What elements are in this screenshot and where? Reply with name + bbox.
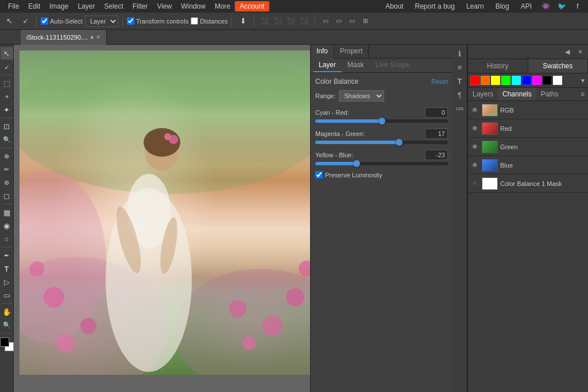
- color-swatches[interactable]: [0, 337, 14, 351]
- tab-info[interactable]: Info: [311, 45, 334, 59]
- tool-marquee[interactable]: ⬚: [1, 77, 13, 90]
- preserve-luminosity-checkbox[interactable]: [315, 171, 323, 178]
- transform2-icon[interactable]: ▭: [332, 15, 345, 28]
- menu-edit[interactable]: Edit: [24, 1, 45, 11]
- menu-about[interactable]: About: [381, 1, 408, 11]
- tool-blur[interactable]: ◉: [1, 219, 13, 232]
- distances-check[interactable]: Distances: [191, 17, 227, 25]
- menu-report-bug[interactable]: Report a bug: [411, 1, 459, 11]
- transform3-icon[interactable]: ▭: [346, 15, 358, 28]
- menu-file[interactable]: File: [3, 1, 24, 11]
- yellow-blue-track[interactable]: [315, 162, 448, 165]
- swatch-white[interactable]: [553, 76, 562, 85]
- tool-pen[interactable]: ✒: [1, 249, 13, 262]
- paragraph-side-icon[interactable]: ¶: [454, 88, 466, 101]
- swatch-black[interactable]: [543, 76, 552, 85]
- layer-blue[interactable]: 👁 Blue: [468, 156, 588, 174]
- close-panel-icon[interactable]: ✕: [574, 46, 586, 57]
- doc-tab-close[interactable]: ✕: [96, 34, 100, 40]
- layer-cb-mask[interactable]: 👁 Color Balance 1 Mask: [468, 174, 588, 193]
- swatch-orange[interactable]: [481, 76, 490, 85]
- tool-wand[interactable]: ✦: [1, 103, 13, 116]
- tool-eyedropper[interactable]: 🔍: [1, 133, 13, 146]
- tab-propert[interactable]: Propert: [334, 45, 369, 58]
- layer-red-visibility[interactable]: 👁: [470, 124, 479, 133]
- menu-image[interactable]: Image: [45, 1, 73, 11]
- text-side-icon[interactable]: T: [454, 75, 466, 87]
- tool-brush[interactable]: ✏: [1, 163, 13, 176]
- transform-controls-check[interactable]: Transform controls: [127, 17, 188, 25]
- align-more-icon[interactable]: ⬛: [298, 15, 311, 28]
- magenta-green-thumb[interactable]: [396, 139, 403, 146]
- menu-window[interactable]: Window: [176, 1, 210, 11]
- distances-checkbox[interactable]: [191, 17, 198, 25]
- sub-tab-mask[interactable]: Mask: [342, 59, 370, 72]
- swatch-green[interactable]: [501, 76, 510, 85]
- swatch-magenta[interactable]: [532, 76, 541, 85]
- info-side-icon[interactable]: ℹ: [454, 47, 466, 60]
- swatch-red[interactable]: [470, 76, 479, 85]
- menu-account[interactable]: Account: [235, 1, 269, 11]
- transform-controls-checkbox[interactable]: [127, 17, 134, 25]
- swatch-yellow[interactable]: [491, 76, 500, 85]
- cyan-red-thumb[interactable]: [378, 118, 385, 125]
- layer-red[interactable]: 👁 Red: [468, 119, 588, 138]
- menu-view[interactable]: View: [152, 1, 176, 11]
- tool-dodge[interactable]: ○: [1, 232, 13, 245]
- auto-select-checkbox[interactable]: [41, 17, 48, 25]
- menu-filter[interactable]: Filter: [128, 1, 153, 11]
- cyan-red-track[interactable]: [315, 119, 448, 123]
- menu-layer[interactable]: Layer: [73, 1, 99, 11]
- layer-select[interactable]: Layer: [85, 15, 118, 27]
- layer-green-visibility[interactable]: 👁: [470, 142, 479, 152]
- layer-cb-mask-visibility[interactable]: 👁: [470, 179, 479, 188]
- swatches-tab[interactable]: Swatches: [528, 59, 589, 73]
- tool-pointer[interactable]: ↖: [1, 47, 13, 60]
- tool-clone[interactable]: ⊛: [1, 176, 13, 189]
- tool-crop[interactable]: ⊡: [1, 120, 13, 133]
- swatch-cyan[interactable]: [512, 76, 521, 85]
- swatch-blue[interactable]: [522, 76, 531, 85]
- menu-select[interactable]: Select: [99, 1, 127, 11]
- history-tab[interactable]: History: [468, 59, 528, 73]
- tool-direct-select[interactable]: ↙: [1, 60, 13, 73]
- tool-pointer-toolbar[interactable]: ↖: [2, 14, 16, 28]
- sub-tab-layer[interactable]: Layer: [313, 59, 342, 72]
- layer-rgb-visibility[interactable]: 👁: [470, 106, 479, 115]
- tool-zoom[interactable]: 🔍: [1, 319, 13, 331]
- color-balance-reset[interactable]: Reset: [431, 78, 448, 85]
- paths-tab[interactable]: Paths: [536, 88, 563, 100]
- magenta-green-value[interactable]: 17: [425, 129, 448, 139]
- layer-blue-visibility[interactable]: 👁: [470, 161, 479, 170]
- align-right-icon[interactable]: ⬛: [285, 15, 297, 28]
- menu-blog[interactable]: Blog: [491, 1, 514, 11]
- tool-eraser[interactable]: ◻: [1, 189, 13, 202]
- tool-select2-toolbar[interactable]: ↙: [18, 14, 32, 28]
- transform4-icon[interactable]: ⊞: [359, 15, 372, 28]
- magenta-green-track[interactable]: [315, 141, 448, 144]
- menu-more[interactable]: More: [210, 1, 235, 11]
- range-select[interactable]: Shadows Midtones Highlights: [339, 90, 384, 102]
- yellow-blue-thumb[interactable]: [353, 160, 360, 167]
- tool-lasso[interactable]: ⌖: [1, 90, 13, 103]
- upload-icon[interactable]: ⬇: [236, 14, 250, 28]
- tool-spot-heal[interactable]: ⊕: [1, 150, 13, 162]
- tool-gradient[interactable]: ▦: [1, 206, 13, 219]
- tool-path-select[interactable]: ▷: [1, 275, 13, 288]
- doc-tab[interactable]: iStock-1131150290.... × ✕: [21, 30, 107, 45]
- layer-panel-menu[interactable]: ≡: [577, 88, 588, 100]
- tool-hand[interactable]: ✋: [1, 305, 13, 318]
- layer-green[interactable]: 👁 Green: [468, 138, 588, 156]
- align-left-icon[interactable]: ⬛: [258, 15, 271, 28]
- cyan-red-value[interactable]: 0: [425, 107, 448, 118]
- align-center-h-icon[interactable]: ⬛: [272, 15, 284, 28]
- channels-tab[interactable]: Channels: [498, 88, 536, 100]
- foreground-color[interactable]: [0, 337, 9, 347]
- transform1-icon[interactable]: ▭: [319, 15, 332, 28]
- tool-shape[interactable]: ▭: [1, 289, 13, 301]
- menu-api[interactable]: API: [516, 1, 536, 11]
- layers-tab[interactable]: Layers: [468, 88, 498, 100]
- tool-text[interactable]: T: [1, 262, 13, 275]
- settings-side-icon[interactable]: ≡: [454, 61, 466, 73]
- swatches-more-icon[interactable]: ▼: [580, 77, 586, 84]
